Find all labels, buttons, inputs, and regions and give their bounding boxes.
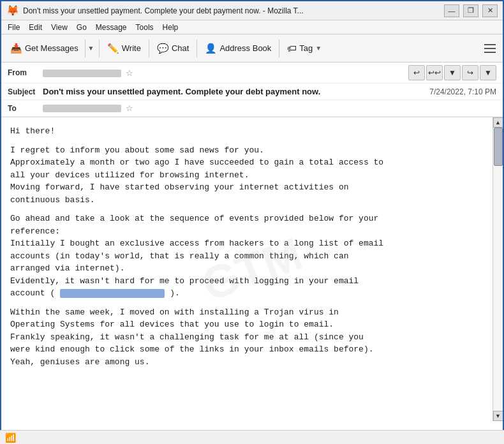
email-header: From elena.bu9999@service.t ☆ ↩ ↩↩ ▼ ↪ ▼… — [1, 63, 503, 117]
subject-label: Subject — [8, 87, 43, 96]
menu-tools[interactable]: Tools — [132, 22, 158, 33]
body-paragraph-2: Go ahead and take a look at the sequence… — [10, 212, 484, 300]
window-title: Don't miss your unsettled payment. Compl… — [23, 6, 444, 15]
from-row: From elena.bu9999@service.t ☆ ↩ ↩↩ ▼ ↪ ▼ — [1, 63, 503, 84]
toolbar-divider-2 — [149, 40, 149, 57]
title-bar: 🦊 Don't miss your unsettled payment. Com… — [1, 1, 503, 20]
chat-label: Chat — [172, 43, 189, 53]
hamburger-line-3 — [484, 52, 496, 53]
to-address: elena.bu9999@service.t — [43, 105, 121, 112]
status-icon: 📶 — [5, 433, 16, 443]
reply-button[interactable]: ↩ — [408, 65, 425, 80]
email-nav-buttons: ↩ ↩↩ ▼ ↪ ▼ — [408, 65, 496, 80]
menu-view[interactable]: View — [47, 22, 71, 33]
toolbar-divider-4 — [279, 40, 279, 57]
restore-button[interactable]: ❐ — [463, 4, 478, 17]
address-book-label: Address Book — [219, 43, 271, 53]
toolbar: 📥 Get Messages ▼ ✏️ Write 💬 Chat 👤 Addre… — [1, 34, 503, 63]
chat-button[interactable]: 💬 Chat — [152, 40, 194, 57]
forward-button[interactable]: ↪ — [462, 65, 478, 80]
write-icon: ✏️ — [107, 43, 119, 54]
address-book-icon: 👤 — [205, 43, 217, 54]
tag-button[interactable]: 🏷 Tag ▼ — [282, 40, 327, 56]
get-messages-dropdown[interactable]: ▼ — [85, 40, 96, 57]
from-label: From — [8, 68, 43, 77]
tag-dropdown-arrow: ▼ — [315, 45, 322, 52]
chat-icon: 💬 — [157, 43, 169, 54]
email-body-container: GTM Hi there! I regret to inform you abo… — [1, 117, 503, 421]
nav-down-button[interactable]: ▼ — [444, 65, 461, 80]
reply-all-button[interactable]: ↩↩ — [426, 65, 443, 80]
to-row: To elena.bu9999@service.t ☆ — [1, 100, 503, 117]
status-bar: 📶 — [0, 430, 504, 444]
hamburger-menu-button[interactable] — [481, 40, 499, 57]
tag-label: Tag — [299, 43, 313, 53]
to-star-icon[interactable]: ☆ — [126, 103, 133, 113]
hamburger-line-1 — [484, 44, 496, 45]
subject-value: Don't miss your unsettled payment. Compl… — [43, 87, 423, 96]
body-paragraph-3: Within the same week, I moved on with in… — [10, 306, 484, 369]
subject-row: Subject Don't miss your unsettled paymen… — [1, 84, 503, 100]
write-button[interactable]: ✏️ Write — [102, 40, 146, 57]
toolbar-divider-1 — [99, 40, 100, 57]
scrollbar[interactable]: ▲ ▼ — [493, 117, 503, 421]
menu-file[interactable]: File — [4, 22, 24, 33]
address-book-button[interactable]: 👤 Address Book — [200, 40, 276, 57]
menu-message[interactable]: Message — [92, 22, 131, 33]
redacted-email[interactable]: elena.bu9999@service.t — [60, 289, 165, 298]
window-controls: — ❐ ✕ — [444, 4, 498, 17]
minimize-button[interactable]: — — [444, 4, 459, 17]
from-star-icon[interactable]: ☆ — [126, 68, 133, 78]
tag-icon: 🏷 — [287, 43, 297, 54]
toolbar-divider-3 — [196, 40, 197, 57]
menu-go[interactable]: Go — [73, 22, 91, 33]
to-value: elena.bu9999@service.t ☆ — [43, 103, 496, 113]
from-value: elena.bu9999@service.t ☆ — [43, 68, 408, 78]
menu-edit[interactable]: Edit — [25, 22, 46, 33]
get-messages-button[interactable]: 📥 Get Messages — [5, 40, 84, 57]
write-label: Write — [122, 43, 141, 53]
body-greeting: Hi there! — [10, 125, 484, 138]
scroll-thumb[interactable] — [494, 128, 503, 166]
to-label: To — [8, 104, 43, 113]
scroll-up-arrow[interactable]: ▲ — [493, 117, 503, 128]
scroll-down-arrow[interactable]: ▼ — [493, 411, 503, 421]
email-body[interactable]: Hi there! I regret to inform you about s… — [1, 117, 493, 421]
from-address: elena.bu9999@service.t — [43, 70, 121, 77]
get-messages-label: Get Messages — [25, 43, 78, 53]
more-nav-button[interactable]: ▼ — [480, 65, 496, 80]
close-button[interactable]: ✕ — [482, 4, 498, 17]
menu-help[interactable]: Help — [159, 22, 182, 33]
scroll-track[interactable] — [493, 128, 503, 411]
hamburger-line-2 — [484, 48, 496, 49]
body-paragraph-1: I regret to inform you about some sad ne… — [10, 144, 484, 207]
app-icon: 🦊 — [6, 4, 19, 17]
email-date: 7/24/2022, 7:10 PM — [429, 87, 496, 96]
menu-bar: File Edit View Go Message Tools Help — [1, 20, 503, 34]
get-messages-icon: 📥 — [10, 43, 22, 54]
